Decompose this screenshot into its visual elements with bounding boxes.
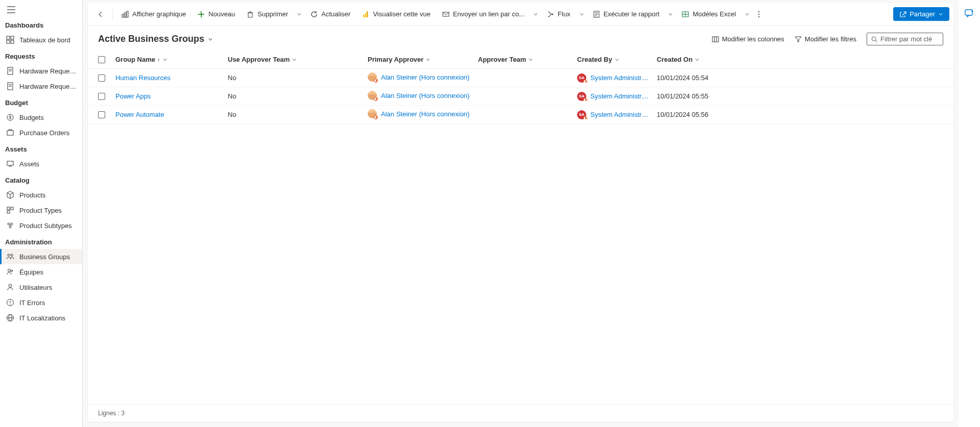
powerbi-icon (362, 10, 370, 18)
chevron-down-icon (528, 57, 533, 62)
row-checkbox[interactable] (98, 93, 105, 100)
nav-item-it-localizations[interactable]: IT Localizations (0, 310, 82, 325)
new-button[interactable]: Nouveau (192, 6, 240, 22)
primary-approver[interactable]: Alan Steiner (Hors connexion) (368, 91, 469, 100)
primary-approver-link[interactable]: Alan Steiner (Hors connexion) (381, 110, 469, 118)
chart-icon (121, 10, 129, 18)
flow-label: Flux (558, 10, 570, 18)
share-icon (899, 11, 906, 18)
sidebar: DashboardsTableaux de bordRequestsHardwa… (0, 0, 83, 427)
nav-item-hardware-reques-[interactable]: Hardware Reques... (0, 79, 82, 94)
excel-templates-button[interactable]: Modèles Excel (676, 6, 741, 22)
flow-split[interactable] (577, 8, 586, 21)
filter-input[interactable] (880, 35, 939, 43)
svg-rect-46 (365, 13, 367, 17)
delete-button[interactable]: Supprimer (241, 6, 293, 22)
excel-split[interactable] (742, 8, 752, 21)
svg-line-63 (875, 40, 877, 42)
created-by[interactable]: SASystem Administrator (A... (577, 73, 652, 83)
nav-item-label: Products (19, 191, 45, 199)
row-checkbox[interactable] (98, 111, 105, 118)
created-by-link[interactable]: System Administrator (A... (590, 111, 652, 118)
svg-text:$: $ (9, 115, 11, 120)
back-button[interactable] (92, 7, 109, 22)
nav-item-label: Équipes (19, 268, 43, 276)
nav-item-tableaux-de-bord[interactable]: Tableaux de bord (0, 32, 82, 47)
copilot-icon[interactable] (961, 5, 977, 21)
report-split[interactable] (665, 8, 675, 21)
new-label: Nouveau (208, 10, 235, 18)
nav-item-utilisateurs[interactable]: Utilisateurs (0, 280, 82, 295)
error-icon (6, 298, 14, 307)
avatar: SA (577, 92, 586, 101)
excel-templates-label: Modèles Excel (692, 10, 736, 18)
presence-away-icon (583, 116, 587, 119)
flow-button[interactable]: Flux (541, 6, 576, 22)
created-by-link[interactable]: System Administrator (A... (590, 74, 652, 82)
nav-item-it-errors[interactable]: IT Errors (0, 295, 82, 310)
svg-rect-15 (7, 131, 13, 135)
svg-point-29 (11, 270, 13, 272)
nav-item-products[interactable]: Products (0, 187, 82, 203)
svg-point-26 (8, 254, 10, 256)
delete-split[interactable] (294, 8, 304, 21)
table-row[interactable]: Power AutomateNoAlan Steiner (Hors conne… (88, 106, 953, 124)
nav-section-title: Administration (0, 233, 82, 249)
nav-item--quipes[interactable]: Équipes (0, 264, 82, 280)
column-header-createdby[interactable]: Created By (577, 56, 657, 63)
column-header-groupname[interactable]: Group Name ↑ (115, 56, 228, 63)
presence-away-icon (374, 79, 378, 83)
trash-icon (246, 10, 254, 18)
select-all-checkbox[interactable] (98, 56, 105, 63)
email-split[interactable] (531, 8, 540, 21)
chevron-down-icon (292, 57, 297, 62)
created-by[interactable]: SASystem Administrator (A... (577, 110, 652, 119)
nav-item-business-groups[interactable]: Business Groups (0, 249, 82, 264)
created-by[interactable]: SASystem Administrator (A... (577, 92, 652, 101)
email-link-button[interactable]: Envoyer un lien par co... (437, 6, 530, 22)
primary-approver[interactable]: Alan Steiner (Hors connexion) (368, 109, 469, 118)
column-header-approverteam[interactable]: Approver Team (478, 56, 577, 63)
nav-item-product-types[interactable]: Product Types (0, 203, 82, 218)
overflow-button[interactable] (753, 7, 765, 22)
product-subtype-icon (6, 221, 14, 230)
group-name-link[interactable]: Power Apps (115, 92, 151, 100)
primary-approver-link[interactable]: Alan Steiner (Hors connexion) (381, 73, 469, 81)
share-button[interactable]: Partager (893, 7, 949, 21)
filter-input-wrapper[interactable] (867, 33, 943, 45)
nav-item-budgets[interactable]: $Budgets (0, 110, 82, 125)
primary-approver-link[interactable]: Alan Steiner (Hors connexion) (381, 92, 469, 99)
table-row[interactable]: Human ResourcesNoAlan Steiner (Hors conn… (88, 69, 953, 87)
avatar: SA (577, 73, 586, 83)
dashboard-icon (6, 36, 14, 44)
group-name-link[interactable]: Human Resources (115, 74, 171, 82)
refresh-button[interactable]: Actualiser (305, 6, 355, 22)
nav-section-title: Assets (0, 140, 82, 156)
run-report-button[interactable]: Exécuter le rapport (587, 6, 665, 22)
column-header-primaryapprover[interactable]: Primary Approver (368, 56, 478, 63)
column-header-createdon[interactable]: Created On (657, 56, 738, 63)
nav-item-purchase-orders[interactable]: Purchase Orders (0, 125, 82, 140)
column-header-useapproverteam[interactable]: Use Approver Team (228, 56, 368, 63)
svg-rect-16 (7, 161, 13, 165)
nav-item-hardware-requests[interactable]: Hardware Requests (0, 63, 82, 79)
primary-approver[interactable]: Alan Steiner (Hors connexion) (368, 72, 469, 82)
row-checkbox[interactable] (98, 74, 105, 82)
show-chart-button[interactable]: Afficher graphique (116, 6, 191, 22)
nav-item-label: Tableaux de bord (19, 36, 70, 44)
table-row[interactable]: Power AppsNoAlan Steiner (Hors connexion… (88, 87, 953, 106)
avatar (368, 109, 377, 118)
edit-columns-button[interactable]: Modifier les colonnes (712, 35, 784, 43)
nav-item-assets[interactable]: Assets (0, 156, 82, 171)
visualize-button[interactable]: Visualiser cette vue (356, 6, 436, 22)
avatar (368, 72, 377, 82)
group-name-link[interactable]: Power Automate (115, 111, 164, 118)
row-count: Lignes : 3 (98, 410, 125, 417)
svg-rect-20 (7, 211, 10, 213)
delete-label: Supprimer (257, 10, 288, 18)
created-by-link[interactable]: System Administrator (A... (590, 92, 652, 100)
edit-filters-button[interactable]: Modifier les filtres (795, 35, 856, 43)
nav-item-product-subtypes[interactable]: Product Subtypes (0, 218, 82, 233)
hamburger-menu[interactable] (0, 0, 82, 16)
view-title-selector[interactable]: Active Business Groups (98, 34, 213, 44)
